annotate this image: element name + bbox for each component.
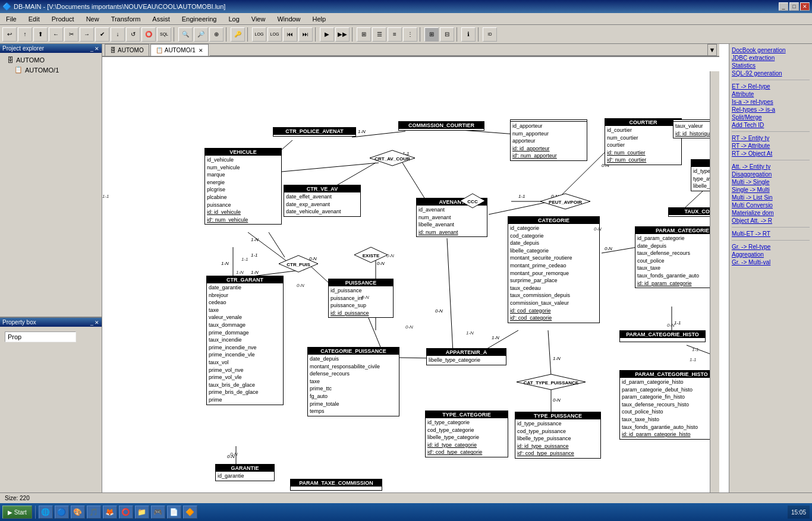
er-canvas[interactable]: 1-1 1-N 1-N 1-1 1-1 1-1 bbox=[102, 57, 719, 492]
titlebar-controls[interactable]: _ □ ✕ bbox=[779, 2, 810, 11]
tb-log1[interactable]: LOG bbox=[252, 27, 266, 42]
tb-up[interactable]: ↑ bbox=[18, 27, 32, 42]
tb-log2[interactable]: LOG bbox=[267, 27, 282, 42]
link-multiet-rt[interactable]: Multi-ET -> RT bbox=[732, 230, 810, 238]
entity-categorie[interactable]: CATEGORIE id_categorie cod_categorie dat… bbox=[508, 216, 600, 323]
entity-appartenir-a[interactable]: APPARTENIR_A libelle_type_categorie bbox=[426, 348, 506, 365]
taskbar-chrome[interactable]: ⭕ bbox=[119, 506, 133, 519]
tab-automo1-close[interactable]: ✕ bbox=[199, 48, 203, 53]
entity-puissance[interactable]: PUISSANCE id_puissance puissance_inf pui… bbox=[328, 279, 394, 318]
taskbar-app1[interactable]: 🎮 bbox=[151, 506, 165, 519]
entity-param-categorie-histo[interactable]: PARAM_CATEGORIE_HISTO id_param_categorie… bbox=[619, 370, 719, 440]
taskbar-media[interactable]: 🎵 bbox=[87, 506, 101, 519]
taskbar-pdf[interactable]: 📄 bbox=[167, 506, 181, 519]
taskbar-folder[interactable]: 📁 bbox=[135, 506, 149, 519]
tb-zoom[interactable]: 🔎 bbox=[194, 27, 208, 42]
tb-rec2[interactable]: ⏭ bbox=[298, 27, 313, 42]
link-isa-reltypes[interactable]: Is-a -> rel-types bbox=[732, 98, 810, 106]
tb-play2[interactable]: ▶▶ bbox=[335, 27, 350, 42]
link-multi-single[interactable]: Multi -> Single bbox=[732, 178, 810, 186]
link-materialize[interactable]: Materialize dom bbox=[732, 209, 810, 217]
tab-scroll[interactable]: ▼ bbox=[707, 44, 717, 56]
entity-courtier[interactable]: COURTIER id_courtier num_courtier courti… bbox=[605, 118, 682, 165]
link-add-tech-id[interactable]: Add Tech ID bbox=[732, 121, 810, 129]
tb-arrow-left[interactable]: ↩ bbox=[2, 27, 17, 42]
maximize-button[interactable]: □ bbox=[789, 2, 799, 11]
menu-log[interactable]: Log bbox=[225, 14, 243, 24]
project-explorer-close[interactable]: ✕ bbox=[95, 46, 99, 52]
link-multi-conv[interactable]: Multi Conversio bbox=[732, 201, 810, 209]
tb-zoom2[interactable]: ⊕ bbox=[209, 27, 224, 42]
tb-id[interactable]: ID bbox=[483, 27, 497, 42]
tb-list2[interactable]: ≡ bbox=[388, 27, 402, 42]
tb-list[interactable]: ☰ bbox=[372, 27, 386, 42]
tb-grid[interactable]: ⊞ bbox=[424, 27, 439, 42]
taskbar-app2[interactable]: 🔶 bbox=[183, 506, 197, 519]
rel-cat-type-puissance[interactable]: CAT_TYPE_PUISSANCE bbox=[515, 373, 587, 392]
link-rt-object[interactable]: RT -> Object At bbox=[732, 150, 810, 157]
link-rt-attribute[interactable]: RT -> Attribute bbox=[732, 142, 810, 150]
rel-ctr-puis[interactable]: CTR_PUIS bbox=[278, 254, 319, 274]
canvas-scrollbar[interactable] bbox=[710, 71, 719, 492]
tb-table[interactable]: ⊞ bbox=[357, 27, 371, 42]
link-jdbc[interactable]: JDBC extraction bbox=[732, 54, 810, 62]
menu-engineering[interactable]: Engineering bbox=[178, 14, 221, 24]
tree-automo1[interactable]: 📋 AUTOMO/1 bbox=[2, 65, 99, 75]
taskbar-hp[interactable]: 🔵 bbox=[55, 506, 69, 519]
tb-check[interactable]: ✔ bbox=[95, 27, 109, 42]
tb-search[interactable]: 🔍 bbox=[178, 27, 193, 42]
menu-edit[interactable]: Edit bbox=[25, 14, 43, 24]
entity-param-categorie[interactable]: PARAM_CATEGORIE id_param_categorie date_… bbox=[635, 226, 719, 288]
entity-categorie-puissance[interactable]: CATEGORIE_PUISSANCE date_depuis montant_… bbox=[307, 347, 399, 416]
menu-window[interactable]: Window bbox=[273, 14, 304, 24]
prop-input[interactable] bbox=[5, 331, 76, 342]
tab-automo[interactable]: 🗄 AUTOMO bbox=[105, 44, 149, 56]
tb-play[interactable]: ▶ bbox=[320, 27, 334, 42]
tb-info[interactable]: ℹ bbox=[461, 27, 476, 42]
entity-garantie[interactable]: GARANTIE id_garantie bbox=[215, 464, 275, 481]
close-button[interactable]: ✕ bbox=[800, 2, 810, 11]
tree-automo[interactable]: 🗄 AUTOMO bbox=[2, 55, 99, 65]
entity-apporteur[interactable]: id_apporteur num_apporteur apporteur id:… bbox=[510, 119, 587, 161]
tb-cut[interactable]: ✂ bbox=[64, 27, 78, 42]
entity-ctr-ve-av[interactable]: CTR_VE_AV date_effet_avenant date_exp_av… bbox=[284, 185, 361, 217]
tb-rec1[interactable]: ⏮ bbox=[283, 27, 297, 42]
entity-commission-courtier[interactable]: COMMISSION_COURTIER bbox=[398, 121, 484, 131]
rel-crt-av-cour[interactable]: CRT_AV_COUR bbox=[369, 149, 416, 168]
menu-new[interactable]: New bbox=[83, 14, 103, 24]
entity-vehicule[interactable]: VEHICULE id_vehicule num_vehicule marque… bbox=[204, 148, 282, 225]
project-explorer-minimize[interactable]: _ bbox=[90, 46, 93, 52]
canvas-area[interactable]: 🗄 AUTOMO 📋 AUTOMO/1 ✕ ▼ 1-1 1-N bbox=[102, 44, 729, 492]
entity-type-puissance[interactable]: TYPE_PUISSANCE id_type_puissance cod_typ… bbox=[515, 412, 601, 459]
link-aggregation[interactable]: Aggregation bbox=[732, 251, 810, 258]
menu-help[interactable]: Help bbox=[309, 14, 330, 24]
menu-transform[interactable]: Transform bbox=[108, 14, 144, 24]
tb-list3[interactable]: ⋮ bbox=[403, 27, 417, 42]
taskbar-firefox[interactable]: 🦊 bbox=[103, 506, 117, 519]
tb-up2[interactable]: ⬆ bbox=[33, 27, 48, 42]
entity-param-taxe-commission[interactable]: PARAM_TAXE_COMMISSION bbox=[290, 479, 382, 491]
rel-existe[interactable]: EXISTE bbox=[353, 246, 389, 265]
taskbar-paint[interactable]: 🎨 bbox=[71, 506, 85, 519]
link-split-merge[interactable]: Split/Merge bbox=[732, 113, 810, 121]
tb-sql[interactable]: SQL bbox=[157, 27, 171, 42]
property-box-minimize[interactable]: _ bbox=[90, 320, 93, 326]
menu-assist[interactable]: Assist bbox=[149, 14, 173, 24]
link-reltypes-isa[interactable]: Rel-types -> is-a bbox=[732, 106, 810, 113]
link-rt-entity[interactable]: RT -> Entity ty bbox=[732, 134, 810, 142]
menu-product[interactable]: Product bbox=[48, 14, 78, 24]
tb-key[interactable]: 🔑 bbox=[231, 27, 245, 42]
link-gr-reltype[interactable]: Gr. -> Rel-type bbox=[732, 243, 810, 251]
rel-peut-avpoir[interactable]: PEUT_AVPOIR bbox=[539, 192, 591, 211]
property-box-close[interactable]: ✕ bbox=[95, 320, 99, 326]
menu-view[interactable]: View bbox=[248, 14, 269, 24]
rel-ccc[interactable]: CCC bbox=[459, 192, 486, 210]
entity-param-categorie-histo-box[interactable]: PARAM_CATEGORIE_HISTO bbox=[619, 330, 706, 342]
link-object-att[interactable]: Object Att. -> R bbox=[732, 217, 810, 225]
menu-file[interactable]: File bbox=[2, 14, 20, 24]
tb-left[interactable]: ← bbox=[49, 27, 63, 42]
link-statistics[interactable]: Statistics bbox=[732, 62, 810, 70]
link-single-multi[interactable]: Single -> Multi bbox=[732, 186, 810, 194]
entity-ctr-garant[interactable]: CTR_GARANT date_garantie nbrejour cedeao… bbox=[206, 276, 284, 405]
link-att-entity[interactable]: Att. -> Entity ty bbox=[732, 163, 810, 170]
